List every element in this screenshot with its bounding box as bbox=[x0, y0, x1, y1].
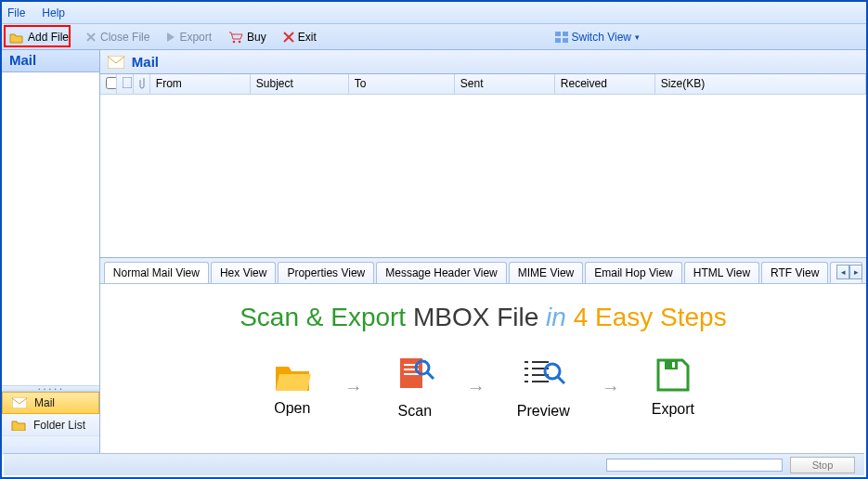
folder-open-icon bbox=[9, 31, 24, 44]
save-icon bbox=[654, 356, 692, 394]
close-small-icon bbox=[85, 32, 97, 43]
promo-panel: Scan & Export MBOX File in 4 Easy Steps … bbox=[100, 283, 866, 455]
stop-button[interactable]: Stop bbox=[790, 457, 855, 473]
promo-steps: Open → Scan → Preview → Export bbox=[272, 355, 694, 420]
tab-normal-mail[interactable]: Normal Mail View bbox=[104, 262, 209, 283]
svg-rect-4 bbox=[555, 38, 561, 43]
svg-rect-8 bbox=[123, 77, 132, 88]
sidebar-item-folder-list[interactable]: Folder List bbox=[2, 414, 99, 436]
mail-icon bbox=[12, 397, 27, 408]
arrow-icon: → bbox=[344, 377, 363, 398]
svg-rect-25 bbox=[665, 360, 678, 369]
list-search-icon bbox=[521, 355, 565, 395]
sidebar-tree bbox=[2, 72, 99, 385]
svg-rect-26 bbox=[672, 362, 675, 368]
svg-point-23 bbox=[545, 364, 560, 379]
tab-scroll-left[interactable]: ◂ bbox=[836, 265, 849, 279]
progress-bar bbox=[606, 459, 783, 472]
tab-scroll-right[interactable]: ▸ bbox=[849, 265, 862, 279]
export-button[interactable]: Export bbox=[162, 29, 215, 45]
buy-button[interactable]: Buy bbox=[225, 29, 270, 45]
column-size[interactable]: Size(KB) bbox=[655, 74, 866, 94]
cart-icon bbox=[228, 31, 243, 44]
sidebar-item-label: Mail bbox=[34, 396, 55, 409]
menubar: File Help bbox=[2, 2, 866, 24]
folder-icon bbox=[11, 419, 26, 431]
status-bar: Stop bbox=[4, 453, 864, 475]
column-flag[interactable] bbox=[117, 74, 134, 94]
tab-rtf[interactable]: RTF View bbox=[761, 262, 828, 283]
chevron-down-icon: ▾ bbox=[635, 32, 640, 42]
sidebar-item-label: Folder List bbox=[33, 419, 85, 432]
svg-rect-7 bbox=[108, 56, 124, 69]
page-icon bbox=[123, 77, 132, 88]
svg-rect-6 bbox=[12, 397, 27, 408]
tab-message-header[interactable]: Message Header View bbox=[376, 262, 507, 283]
content: Mail • • • • • Mail Folder List Mail Fro… bbox=[2, 50, 866, 455]
sidebar-title: Mail bbox=[2, 50, 99, 72]
step-open: Open bbox=[272, 357, 313, 417]
menu-file[interactable]: File bbox=[7, 6, 25, 19]
close-icon bbox=[283, 32, 294, 43]
add-file-button[interactable]: Add File bbox=[6, 29, 72, 45]
column-header-row: From Subject To Sent Received Size(KB) bbox=[100, 74, 866, 95]
svg-rect-3 bbox=[563, 32, 568, 36]
column-from[interactable]: From bbox=[150, 74, 251, 94]
sidebar: Mail • • • • • Mail Folder List bbox=[2, 50, 100, 455]
main-panel: Mail From Subject To Sent Received Size(… bbox=[100, 50, 866, 455]
column-attachment[interactable] bbox=[134, 74, 150, 94]
column-sent[interactable]: Sent bbox=[455, 74, 555, 94]
sidebar-bottom bbox=[2, 436, 99, 455]
svg-rect-5 bbox=[563, 38, 568, 43]
close-file-button[interactable]: Close File bbox=[82, 29, 153, 45]
step-scan: Scan bbox=[395, 355, 435, 420]
arrow-icon: → bbox=[602, 377, 620, 398]
svg-rect-12 bbox=[404, 373, 419, 375]
tab-hex[interactable]: Hex View bbox=[211, 262, 276, 283]
toolbar: Add File Close File Export Buy Exit Swit… bbox=[2, 24, 866, 50]
mail-list bbox=[100, 95, 866, 257]
arrow-icon: → bbox=[467, 377, 486, 398]
play-icon bbox=[166, 32, 175, 43]
column-to[interactable]: To bbox=[349, 74, 455, 94]
exit-button[interactable]: Exit bbox=[279, 29, 320, 45]
mail-icon bbox=[108, 56, 124, 69]
column-subject[interactable]: Subject bbox=[251, 74, 349, 94]
switch-view-button[interactable]: Switch View ▾ bbox=[555, 31, 640, 44]
svg-point-0 bbox=[233, 40, 236, 43]
tab-scroll: ◂ ▸ bbox=[836, 265, 862, 279]
folder-open-icon bbox=[272, 357, 313, 393]
svg-line-14 bbox=[427, 372, 434, 379]
menu-help[interactable]: Help bbox=[42, 6, 65, 19]
column-received[interactable]: Received bbox=[555, 74, 655, 94]
column-checkbox[interactable] bbox=[100, 74, 117, 94]
tab-mime[interactable]: MIME View bbox=[509, 262, 583, 283]
step-preview: Preview bbox=[517, 355, 570, 420]
promo-heading: Scan & Export MBOX File in 4 Easy Steps bbox=[240, 303, 726, 332]
main-title: Mail bbox=[100, 50, 866, 74]
document-search-icon bbox=[395, 355, 435, 395]
attachment-icon bbox=[139, 77, 149, 90]
splitter-handle[interactable]: • • • • • bbox=[2, 385, 99, 392]
svg-point-1 bbox=[239, 40, 241, 43]
svg-rect-2 bbox=[555, 32, 561, 36]
step-export: Export bbox=[652, 356, 694, 418]
tab-properties[interactable]: Properties View bbox=[278, 262, 374, 283]
tab-email-hop[interactable]: Email Hop View bbox=[585, 262, 681, 283]
tab-html[interactable]: HTML View bbox=[684, 262, 759, 283]
grid-icon bbox=[555, 32, 568, 43]
sidebar-item-mail[interactable]: Mail bbox=[2, 392, 99, 414]
view-tabs: Normal Mail View Hex View Properties Vie… bbox=[100, 257, 866, 283]
svg-line-24 bbox=[558, 377, 564, 383]
